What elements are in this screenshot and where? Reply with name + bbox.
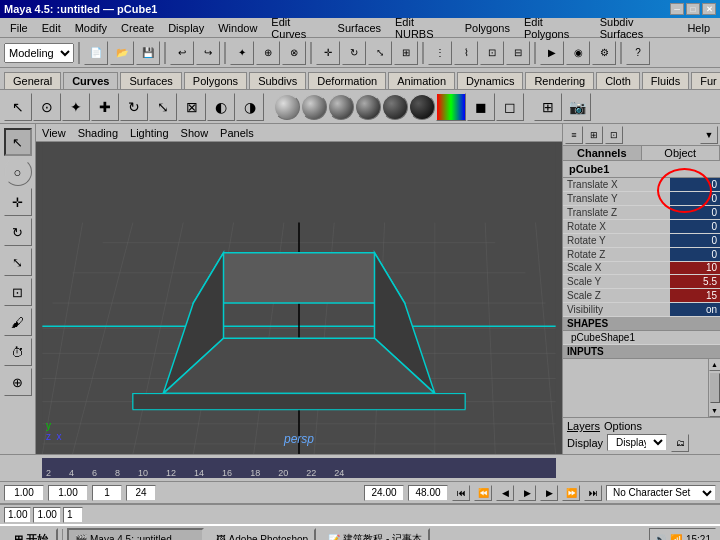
scale-z-value[interactable]: 15 — [670, 289, 720, 302]
end-frame-input[interactable] — [126, 485, 156, 501]
tab-options[interactable]: Options — [604, 420, 642, 432]
start-button[interactable]: ⊞ 开始 — [4, 528, 58, 540]
scale-y-value[interactable]: 5.5 — [670, 275, 720, 288]
scroll-thumb[interactable] — [710, 373, 720, 403]
rotate-z-value[interactable]: 0 — [670, 248, 720, 261]
menu-surfaces[interactable]: Surfaces — [332, 21, 387, 35]
tab-object[interactable]: Object — [642, 146, 721, 160]
tool-move[interactable]: ✛ — [4, 188, 32, 216]
viewport[interactable]: View Shading Lighting Show Panels — [36, 124, 562, 454]
render-btn-3[interactable]: ◻ — [496, 93, 524, 121]
taskbar-maya[interactable]: 🎬 Maya 4.5: :untitled — ... — [67, 528, 204, 540]
menu-edit-polygons[interactable]: Edit Polygons — [518, 15, 592, 41]
pb-next-frame[interactable]: ▶ — [540, 485, 558, 501]
menu-edit-curves[interactable]: Edit Curves — [265, 15, 329, 41]
pb-back[interactable]: ⏪ — [474, 485, 492, 501]
universal-icon[interactable]: ⊠ — [178, 93, 206, 121]
select-button[interactable]: ✦ — [230, 41, 254, 65]
taskbar-notepad[interactable]: 📝 建筑教程 - 记事本 — [320, 528, 430, 540]
menu-create[interactable]: Create — [115, 21, 160, 35]
view-menu-view[interactable]: View — [42, 127, 66, 139]
tab-fluids[interactable]: Fluids — [642, 72, 689, 89]
tab-polygons[interactable]: Polygons — [184, 72, 247, 89]
rotate-y-value[interactable]: 0 — [670, 234, 720, 247]
soft-mod-icon[interactable]: ◐ — [207, 93, 235, 121]
render-btn[interactable]: ▶ — [540, 41, 564, 65]
snap-view[interactable]: ⊟ — [506, 41, 530, 65]
tool-history[interactable]: ⏱ — [4, 338, 32, 366]
scroll-up[interactable]: ▲ — [709, 359, 721, 371]
maximize-button[interactable]: □ — [686, 3, 700, 15]
rotate-button[interactable]: ↻ — [342, 41, 366, 65]
tab-surfaces[interactable]: Surfaces — [120, 72, 181, 89]
scale-x-value[interactable]: 10 — [670, 262, 720, 275]
render-ball-2[interactable] — [301, 94, 327, 120]
menu-window[interactable]: Window — [212, 21, 263, 35]
view-menu-panels[interactable]: Panels — [220, 127, 254, 139]
visibility-value[interactable]: on — [670, 303, 720, 316]
tool-snap[interactable]: ⊕ — [4, 368, 32, 396]
render-ball-3[interactable] — [328, 94, 354, 120]
pb-prev-frame[interactable]: ◀ — [496, 485, 514, 501]
tool-select[interactable]: ↖ — [4, 128, 32, 156]
close-button[interactable]: ✕ — [702, 3, 716, 15]
select-icon[interactable]: ↖ — [4, 93, 32, 121]
new-button[interactable]: 📄 — [84, 41, 108, 65]
tool-paint[interactable]: 🖌 — [4, 308, 32, 336]
render-btn-2[interactable]: ◼ — [467, 93, 495, 121]
snap-point[interactable]: ⊡ — [480, 41, 504, 65]
tab-animation[interactable]: Animation — [388, 72, 455, 89]
mode-dropdown[interactable]: Modeling — [4, 43, 74, 63]
snap-curve[interactable]: ⌇ — [454, 41, 478, 65]
view-menu-shading[interactable]: Shading — [78, 127, 118, 139]
grid-icon[interactable]: ⊞ — [534, 93, 562, 121]
snap-grid[interactable]: ⋮ — [428, 41, 452, 65]
translate-z-value[interactable]: 0 — [670, 206, 720, 219]
render-settings[interactable]: ⚙ — [592, 41, 616, 65]
pb-play[interactable]: ▶ — [518, 485, 536, 501]
pb-to-end[interactable]: ⏭ — [584, 485, 602, 501]
minimize-button[interactable]: ─ — [670, 3, 684, 15]
layers-icon[interactable]: 🗂 — [671, 434, 689, 452]
menu-edit[interactable]: Edit — [36, 21, 67, 35]
menu-help[interactable]: Help — [681, 21, 716, 35]
right-icon-4[interactable]: ▼ — [700, 126, 718, 144]
ipr-btn[interactable]: ◉ — [566, 41, 590, 65]
scale-button[interactable]: ⤡ — [368, 41, 392, 65]
render-ball-6[interactable] — [409, 94, 435, 120]
open-button[interactable]: 📂 — [110, 41, 134, 65]
display-dropdown[interactable]: Display Render Animation — [607, 434, 667, 451]
save-button[interactable]: 💾 — [136, 41, 160, 65]
frame-number-input[interactable] — [92, 485, 122, 501]
range-start-input[interactable] — [364, 485, 404, 501]
move-button[interactable]: ✛ — [316, 41, 340, 65]
translate-y-value[interactable]: 0 — [670, 192, 720, 205]
tool-rotate[interactable]: ↻ — [4, 218, 32, 246]
translate-x-value[interactable]: 0 — [670, 178, 720, 191]
lasso-icon[interactable]: ⊙ — [33, 93, 61, 121]
move-icon[interactable]: ✚ — [91, 93, 119, 121]
tab-fur[interactable]: Fur — [691, 72, 720, 89]
right-icon-2[interactable]: ⊞ — [585, 126, 603, 144]
char-set-dropdown[interactable]: No Character Set — [606, 485, 716, 501]
scale-icon[interactable]: ⤡ — [149, 93, 177, 121]
tab-curves[interactable]: Curves — [63, 72, 118, 89]
render-ball-1[interactable] — [274, 94, 300, 120]
tab-subdivs[interactable]: Subdivs — [249, 72, 306, 89]
tab-dynamics[interactable]: Dynamics — [457, 72, 523, 89]
view-menu-show[interactable]: Show — [181, 127, 209, 139]
render-ball-4[interactable] — [355, 94, 381, 120]
right-icon-1[interactable]: ≡ — [565, 126, 583, 144]
show-manip-icon[interactable]: ◑ — [236, 93, 264, 121]
tool-lasso[interactable]: ○ — [4, 158, 32, 186]
range-end-input[interactable] — [408, 485, 448, 501]
pb-to-start[interactable]: ⏮ — [452, 485, 470, 501]
tab-channels[interactable]: Channels — [563, 146, 642, 160]
tab-general[interactable]: General — [4, 72, 61, 89]
right-icon-3[interactable]: ⊡ — [605, 126, 623, 144]
tab-layers[interactable]: Layers — [567, 420, 600, 432]
tab-deformation[interactable]: Deformation — [308, 72, 386, 89]
current-frame-input[interactable] — [48, 485, 88, 501]
rotate-x-value[interactable]: 0 — [670, 220, 720, 233]
shapes-item[interactable]: pCubeShape1 — [563, 331, 720, 345]
